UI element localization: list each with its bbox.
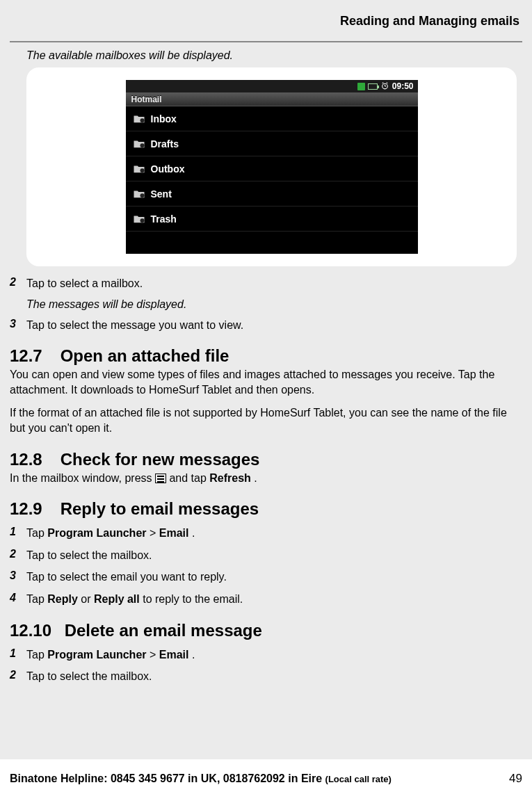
mailbox-label: Inbox bbox=[151, 113, 177, 124]
paragraph: In the mailbox window, press and tap Ref… bbox=[10, 471, 517, 486]
section-number: 12.8 bbox=[10, 450, 56, 469]
svg-point-9 bbox=[140, 218, 144, 222]
text-segment: Tap bbox=[26, 527, 47, 539]
step-number: 4 bbox=[10, 592, 26, 607]
section-12-7: 12.7 Open an attached file bbox=[10, 346, 517, 366]
text-segment: Tap bbox=[26, 593, 47, 605]
step-number: 3 bbox=[10, 569, 26, 585]
step-4: 4 Tap Reply or Reply all to reply to the… bbox=[26, 592, 517, 607]
text-segment: > bbox=[150, 527, 159, 539]
mailbox-item-outbox[interactable]: Outbox bbox=[126, 156, 418, 181]
step-text: Tap Reply or Reply all to reply to the e… bbox=[26, 592, 517, 607]
step-text: Tap to select the message you want to vi… bbox=[26, 318, 517, 333]
page-footer: Binatone Helpline: 0845 345 9677 in UK, … bbox=[10, 766, 522, 786]
folder-icon bbox=[133, 139, 145, 149]
section-12-9: 12.9 Reply to email messages bbox=[10, 499, 517, 519]
intro-text: The available mailboxes will be displaye… bbox=[26, 49, 517, 62]
step-3b: 3 Tap to select the email you want to re… bbox=[26, 569, 517, 585]
header-rule bbox=[10, 41, 522, 42]
svg-point-6 bbox=[140, 143, 144, 147]
paragraph: If the format of an attached file is not… bbox=[10, 405, 517, 435]
app-title: Hotmail bbox=[126, 92, 418, 106]
step-2c: 2 Tap to select the mailbox. bbox=[26, 669, 517, 684]
bold-text: Reply bbox=[47, 593, 78, 605]
step-text: Tap to select the mailbox. bbox=[26, 548, 517, 563]
text-segment: and tap bbox=[169, 472, 209, 484]
step-number: 2 bbox=[10, 548, 26, 563]
step-2: 2 Tap to select a mailbox. bbox=[26, 276, 517, 291]
mailbox-item-drafts[interactable]: Drafts bbox=[126, 131, 418, 156]
screenshot-card: 09:50 Hotmail Inbox Drafts Outbox bbox=[26, 67, 517, 266]
folder-icon bbox=[133, 114, 145, 124]
footer-helpline: Binatone Helpline: 0845 345 9677 in UK, … bbox=[10, 772, 392, 785]
step-text: Tap Program Launcher > Email . bbox=[26, 526, 517, 541]
paragraph: You can open and view some types of file… bbox=[10, 367, 517, 397]
device-screenshot: 09:50 Hotmail Inbox Drafts Outbox bbox=[126, 80, 418, 254]
section-title: Open an attached file bbox=[61, 346, 229, 365]
folder-icon bbox=[133, 214, 145, 224]
section-12-10: 12.10 Delete an email message bbox=[10, 621, 517, 640]
page-number: 49 bbox=[509, 772, 522, 786]
footer-text-small: (Local call rate) bbox=[325, 774, 392, 784]
sim-icon bbox=[357, 83, 365, 90]
footer-text: Binatone Helpline: 0845 345 9677 in UK, … bbox=[10, 772, 325, 784]
status-bar: 09:50 bbox=[126, 80, 418, 92]
bold-text: Email bbox=[159, 527, 189, 539]
step-number: 2 bbox=[10, 276, 26, 291]
text-segment: Tap bbox=[26, 649, 47, 661]
step-2b: 2 Tap to select the mailbox. bbox=[26, 548, 517, 563]
mailbox-item-sent[interactable]: Sent bbox=[126, 181, 418, 207]
text-segment: . bbox=[254, 472, 257, 484]
svg-line-4 bbox=[386, 82, 387, 83]
section-number: 12.9 bbox=[10, 499, 56, 519]
section-title: Reply to email messages bbox=[61, 499, 259, 518]
section-title: Check for new messages bbox=[61, 450, 260, 469]
page-content: The available mailboxes will be displaye… bbox=[0, 49, 522, 684]
text-segment: > bbox=[150, 649, 159, 661]
menu-icon bbox=[155, 474, 166, 483]
alarm-icon bbox=[380, 81, 389, 92]
text-segment: . bbox=[192, 527, 195, 539]
text-segment: or bbox=[81, 593, 94, 605]
bold-text: Program Launcher bbox=[47, 527, 146, 539]
bold-text: Program Launcher bbox=[47, 649, 146, 661]
mailbox-label: Sent bbox=[151, 188, 172, 200]
status-time: 09:50 bbox=[392, 81, 414, 91]
step-1c: 1 Tap Program Launcher > Email . bbox=[26, 647, 517, 663]
battery-icon bbox=[368, 83, 378, 90]
step-text: Tap to select the mailbox. bbox=[26, 669, 517, 684]
mailbox-item-trash[interactable]: Trash bbox=[126, 207, 418, 232]
step-text: Tap Program Launcher > Email . bbox=[26, 647, 517, 663]
bold-text: Email bbox=[159, 649, 189, 661]
svg-line-3 bbox=[382, 82, 384, 83]
section-number: 12.7 bbox=[10, 346, 56, 366]
mailbox-label: Drafts bbox=[151, 138, 179, 149]
step-number: 1 bbox=[10, 526, 26, 541]
step-1: 1 Tap Program Launcher > Email . bbox=[26, 526, 517, 541]
mailbox-item-inbox[interactable]: Inbox bbox=[126, 106, 418, 131]
folder-icon bbox=[133, 189, 145, 199]
step-3: 3 Tap to select the message you want to … bbox=[26, 318, 517, 333]
text-segment: In the mailbox window, press bbox=[10, 472, 155, 484]
step-text: Tap to select a mailbox. bbox=[26, 276, 517, 291]
section-title: Delete an email message bbox=[65, 621, 262, 640]
section-number: 12.10 bbox=[10, 621, 60, 640]
page-header: Reading and Managing emails bbox=[0, 14, 522, 29]
svg-point-8 bbox=[140, 193, 144, 197]
bold-text: Reply all bbox=[94, 593, 140, 605]
folder-icon bbox=[133, 164, 145, 174]
text-segment: . bbox=[192, 649, 195, 661]
mailbox-label: Outbox bbox=[151, 163, 185, 175]
step-text: Tap to select the email you want to repl… bbox=[26, 569, 517, 585]
mailbox-label: Trash bbox=[151, 213, 177, 225]
result-text: The messages will be displayed. bbox=[26, 298, 517, 311]
bold-text: Refresh bbox=[209, 472, 251, 484]
svg-point-7 bbox=[140, 168, 144, 172]
svg-point-5 bbox=[140, 118, 144, 122]
text-segment: to reply to the email. bbox=[143, 593, 243, 605]
document-page: Reading and Managing emails The availabl… bbox=[0, 0, 532, 801]
step-number: 2 bbox=[10, 669, 26, 684]
step-number: 1 bbox=[10, 647, 26, 663]
section-12-8: 12.8 Check for new messages bbox=[10, 450, 517, 469]
step-number: 3 bbox=[10, 318, 26, 333]
